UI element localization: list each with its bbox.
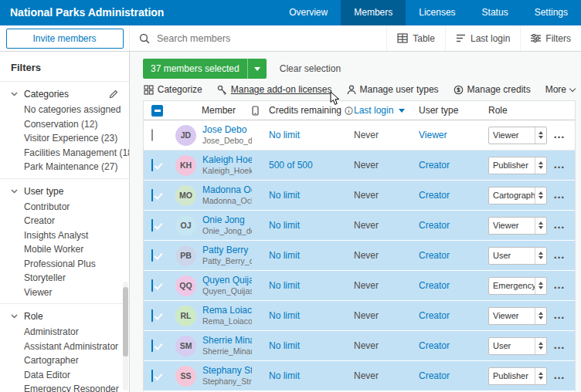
- user-type-link[interactable]: Creator: [419, 310, 450, 321]
- user-type-filter-item[interactable]: Viewer: [0, 286, 129, 300]
- search-members-input[interactable]: [157, 33, 386, 44]
- role-select-arrows[interactable]: [535, 188, 546, 204]
- role-filter-item[interactable]: Emergency Responder: [0, 382, 129, 392]
- user-type-link[interactable]: Creator: [419, 370, 450, 381]
- role-select[interactable]: Cartographer: [488, 187, 547, 204]
- row-checkbox[interactable]: [151, 159, 153, 171]
- info-icon[interactable]: [345, 106, 353, 115]
- credits-remaining-link[interactable]: No limit: [269, 250, 300, 261]
- credits-remaining-link[interactable]: No limit: [269, 190, 300, 201]
- role-select[interactable]: Publisher: [488, 157, 547, 174]
- member-name-link[interactable]: Madonna Ochsner: [202, 184, 252, 196]
- row-checkbox[interactable]: [151, 279, 153, 292]
- user-type-link[interactable]: Creator: [419, 340, 450, 351]
- row-actions-ellipsis-button[interactable]: [553, 278, 566, 291]
- user-type-link[interactable]: Creator: [419, 250, 450, 261]
- row-checkbox[interactable]: [151, 340, 153, 352]
- credits-remaining-link[interactable]: No limit: [269, 310, 300, 321]
- nav-tab[interactable]: Overview: [276, 0, 341, 25]
- sidebar-scrollbar-track[interactable]: [123, 282, 128, 390]
- role-filter-item[interactable]: Cartographer: [0, 353, 129, 368]
- role-select[interactable]: Viewer: [488, 127, 547, 144]
- row-actions-ellipsis-button[interactable]: [553, 188, 566, 201]
- member-column-header[interactable]: Member: [172, 105, 252, 116]
- members-selected-button[interactable]: 37 members selected: [143, 59, 267, 79]
- role-select[interactable]: Emergency Responder: [488, 277, 547, 295]
- row-checkbox[interactable]: [151, 309, 153, 322]
- role-select[interactable]: User: [488, 337, 547, 355]
- nav-tab[interactable]: Settings: [522, 0, 581, 25]
- credits-remaining-link[interactable]: No limit: [269, 280, 300, 291]
- category-filter-item[interactable]: Facilities Management (18): [0, 146, 129, 161]
- row-checkbox[interactable]: [151, 219, 153, 231]
- role-select-arrows[interactable]: [535, 368, 546, 384]
- select-all-checkbox[interactable]: [151, 105, 163, 117]
- categorize-action[interactable]: Categorize: [144, 84, 202, 95]
- row-actions-ellipsis-button[interactable]: [553, 308, 566, 321]
- role-select[interactable]: Viewer: [488, 217, 547, 235]
- credits-column-header[interactable]: Credits remaining: [269, 105, 354, 116]
- role-select-arrows[interactable]: [535, 248, 546, 264]
- user-type-link[interactable]: Creator: [419, 190, 450, 201]
- role-column-header[interactable]: Role: [488, 105, 553, 116]
- role-select[interactable]: Viewer: [488, 307, 547, 325]
- user-type-link[interactable]: Creator: [419, 220, 450, 231]
- user-type-filter-item[interactable]: Creator: [0, 214, 129, 228]
- role-select[interactable]: User: [488, 247, 547, 265]
- role-select-arrows[interactable]: [535, 218, 546, 234]
- user-type-filter-item[interactable]: Contributor: [0, 200, 129, 215]
- categories-section-header[interactable]: Categories: [0, 86, 129, 103]
- member-name-link[interactable]: Stephany Streic...: [202, 365, 252, 377]
- credits-remaining-link[interactable]: No limit: [269, 130, 300, 140]
- table-view-button[interactable]: Table: [386, 25, 445, 51]
- category-filter-item[interactable]: Visitor Experience (23): [0, 131, 129, 146]
- clear-selection-button[interactable]: Clear selection: [280, 63, 341, 74]
- category-filter-item[interactable]: No categories assigned: [0, 103, 129, 117]
- manage-user-types-action[interactable]: Manage user types: [347, 84, 439, 95]
- sort-by-button[interactable]: Last login: [445, 25, 520, 51]
- last-login-column-header[interactable]: Last login: [354, 105, 419, 116]
- edit-categories-icon[interactable]: [109, 90, 118, 99]
- credits-remaining-link[interactable]: 500 of 500: [269, 160, 313, 171]
- member-name-link[interactable]: Quyen Quijas: [202, 275, 252, 286]
- role-section-header[interactable]: Role: [0, 309, 129, 325]
- credits-remaining-link[interactable]: No limit: [269, 340, 300, 351]
- row-checkbox[interactable]: [151, 189, 153, 201]
- user-type-link[interactable]: Viewer: [419, 130, 447, 140]
- category-filter-item[interactable]: Park Maintenance (27): [0, 160, 129, 174]
- role-filter-item[interactable]: Administrator: [0, 325, 129, 340]
- invite-members-button[interactable]: Invite members: [6, 29, 124, 49]
- member-name-link[interactable]: Sherrie Minarik: [202, 335, 252, 346]
- member-name-link[interactable]: Patty Berry: [202, 245, 252, 256]
- role-select-arrows[interactable]: [535, 338, 546, 354]
- role-select-arrows[interactable]: [535, 278, 546, 294]
- more-actions-button[interactable]: More: [545, 84, 575, 95]
- row-actions-ellipsis-button[interactable]: [553, 368, 566, 381]
- member-name-link[interactable]: Jose Debo: [202, 124, 252, 136]
- filters-button[interactable]: Filters: [520, 25, 581, 51]
- member-name-link[interactable]: Onie Jong: [202, 215, 252, 226]
- row-actions-ellipsis-button[interactable]: [553, 157, 566, 171]
- credits-remaining-link[interactable]: No limit: [269, 370, 300, 381]
- sidebar-scrollbar-thumb[interactable]: [123, 287, 128, 357]
- role-select-arrows[interactable]: [535, 308, 546, 324]
- manage-credits-action[interactable]: Manage credits: [454, 84, 531, 95]
- selected-dropdown-caret[interactable]: [247, 59, 267, 79]
- credits-remaining-link[interactable]: No limit: [269, 220, 300, 231]
- role-select-arrows[interactable]: [535, 127, 546, 144]
- role-filter-item[interactable]: Data Editor: [0, 368, 129, 383]
- category-filter-item[interactable]: Conservation (12): [0, 117, 129, 132]
- row-actions-ellipsis-button[interactable]: [553, 127, 566, 140]
- nav-tab[interactable]: Members: [341, 0, 406, 25]
- row-actions-ellipsis-button[interactable]: [553, 248, 566, 261]
- nav-tab[interactable]: Status: [469, 0, 522, 25]
- user-type-filter-item[interactable]: Insights Analyst: [0, 228, 129, 243]
- member-name-link[interactable]: Rema Loiacono: [202, 305, 252, 316]
- user-type-section-header[interactable]: User type: [0, 184, 129, 200]
- row-checkbox[interactable]: [151, 129, 153, 141]
- user-type-filter-item[interactable]: Mobile Worker: [0, 242, 129, 257]
- row-checkbox[interactable]: [151, 249, 153, 262]
- user-type-link[interactable]: Creator: [419, 160, 450, 171]
- user-type-link[interactable]: Creator: [419, 280, 450, 291]
- row-checkbox[interactable]: [151, 370, 153, 382]
